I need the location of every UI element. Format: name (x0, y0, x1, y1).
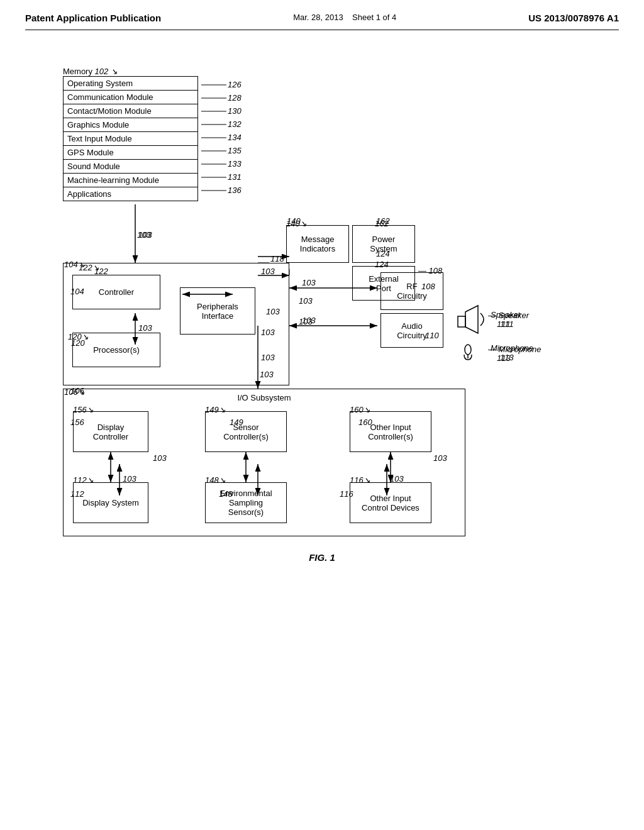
ref-103-e: 103 (153, 453, 167, 463)
memory-row-gps: GPS Module (64, 146, 197, 160)
page: Patent Application Publication Mar. 28, … (0, 0, 644, 830)
other-input-devices-box: Other InputControl Devices (350, 482, 431, 523)
ref-149: 149↘ (205, 405, 226, 414)
ref-103-b: 103 (299, 296, 313, 306)
ref-162: 162 (375, 219, 389, 228)
peripherals-interface-box: PeripheralsInterface (180, 287, 255, 335)
ref-116: 116↘ (350, 475, 370, 485)
message-indicators-box: MessageIndicators (286, 225, 349, 263)
svg-text:130: 130 (228, 106, 242, 116)
io-subsystem-box: I/O Subsystem DisplayController SensorCo… (63, 389, 465, 536)
power-system-box: PowerSystem (352, 225, 415, 263)
speaker-label: Speaker (491, 310, 521, 319)
ref-124: 124 (375, 260, 389, 269)
ref-104: 104↘ (64, 260, 85, 269)
header-center: Mar. 28, 2013 Sheet 1 of 4 (293, 13, 396, 22)
memory-box: Operating System Communication Module Co… (63, 76, 198, 201)
ref-103-c: 103 (299, 317, 313, 326)
ref-103-f: 103 (433, 453, 447, 463)
memory-row-graphics: Graphics Module (64, 118, 197, 132)
svg-point-47 (465, 345, 471, 355)
svg-text:103: 103 (302, 278, 316, 287)
rf-circuitry-box: RFCircuitry (380, 272, 443, 310)
svg-text:128: 128 (228, 93, 242, 102)
ref-108: — 108 (418, 266, 442, 275)
ref-148: 148↘ (205, 475, 226, 485)
memory-row-sound: Sound Module (64, 160, 197, 174)
ref-103-g: 103 (260, 370, 274, 379)
other-input-controllers-box: Other InputController(s) (350, 411, 431, 452)
svg-text:118: 118 (270, 254, 284, 263)
diagram-area: 126 128 130 132 134 135 133 131 136 103 … (25, 49, 619, 741)
svg-marker-45 (465, 306, 478, 333)
memory-row-contact: Contact/Motion Module (64, 104, 197, 118)
header-pub-number: US 2013/0078976 A1 (528, 13, 619, 23)
sensor-controllers-box: SensorController(s) (205, 411, 287, 452)
io-subsystem-label: I/O Subsystem (237, 393, 291, 402)
svg-text:131: 131 (228, 172, 242, 182)
memory-row-textinput: Text Input Module (64, 132, 197, 146)
microphone-ref: 113 (500, 353, 514, 362)
ref-103-d: 103 (266, 307, 280, 316)
memory-row-os: Operating System (64, 77, 197, 91)
svg-text:136: 136 (228, 185, 242, 195)
display-controller-box: DisplayController (73, 411, 148, 452)
header: Patent Application Publication Mar. 28, … (25, 13, 619, 30)
header-title: Patent Application Publication (25, 13, 161, 23)
ref-106: 106↘ (64, 387, 85, 397)
ref-156: 156↘ (73, 405, 94, 414)
ref-112: 112↘ (73, 475, 94, 485)
display-system-box: Display System (73, 482, 148, 523)
svg-text:134: 134 (228, 133, 242, 142)
svg-text:135: 135 (228, 146, 242, 155)
ref-120: 120↘ (68, 332, 89, 341)
memory-label: Memory 102 ↘ (63, 67, 118, 76)
audio-circuitry-box: AudioCircuitry (380, 313, 443, 348)
memory-row-apps: Applications (64, 187, 197, 201)
controller-box: Controller (72, 275, 160, 309)
svg-text:133: 133 (228, 159, 242, 169)
svg-text:126: 126 (228, 80, 242, 89)
fig-label: FIG. 1 (25, 552, 619, 563)
ref-103-a: 103 (137, 230, 151, 240)
ref-140: 140↘ (286, 219, 307, 228)
svg-text:132: 132 (228, 119, 242, 129)
memory-row-ml: Machine-learning Module (64, 174, 197, 187)
speaker-ref: 111 (500, 319, 514, 329)
device-group-box: Controller Processor(s) PeripheralsInter… (63, 263, 289, 385)
svg-rect-46 (458, 316, 465, 327)
memory-row-comm: Communication Module (64, 91, 197, 104)
env-sampling-box: EnvironmentalSamplingSensor(s) (205, 482, 287, 523)
microphone-label: Microphone (491, 343, 533, 353)
ref-160: 160↘ (350, 405, 370, 414)
